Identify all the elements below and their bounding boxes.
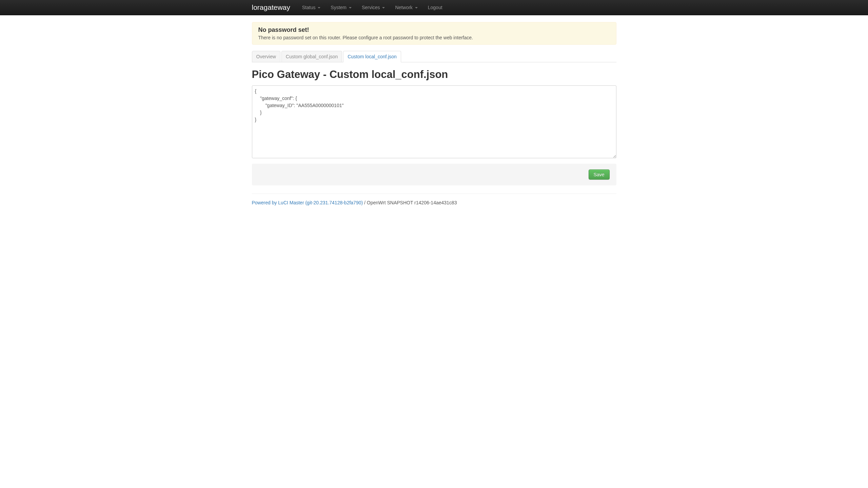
brand-link[interactable]: loragateway (252, 0, 297, 15)
footer-sep-text: / (363, 200, 367, 205)
config-tabs: Overview Custom global_conf.json Custom … (252, 51, 616, 62)
alert-title: No password set! (258, 26, 610, 34)
footer-separator (252, 194, 616, 194)
actions-bar: Save (252, 164, 616, 185)
tab-local-conf[interactable]: Custom local_conf.json (343, 51, 401, 62)
footer-version: OpenWrt SNAPSHOT r14206-14ae431c83 (367, 200, 457, 205)
nav-system-label: System (331, 5, 347, 10)
chevron-down-icon (382, 7, 385, 8)
nav-logout[interactable]: Logout (423, 0, 448, 15)
nav-services[interactable]: Services (357, 0, 390, 15)
footer: Powered by LuCI Master (git-20.231.74128… (252, 200, 616, 205)
nav-status-label: Status (302, 5, 316, 10)
page-title: Pico Gateway - Custom local_conf.json (252, 68, 616, 81)
chevron-down-icon (318, 7, 320, 8)
tab-global-conf[interactable]: Custom global_conf.json (281, 51, 342, 62)
footer-luci-link[interactable]: Powered by LuCI Master (git-20.231.74128… (252, 200, 363, 205)
password-alert: No password set! There is no password se… (252, 22, 616, 45)
nav-network[interactable]: Network (390, 0, 422, 15)
chevron-down-icon (349, 7, 352, 8)
nav-status[interactable]: Status (297, 0, 326, 15)
nav-system[interactable]: System (326, 0, 357, 15)
nav-network-label: Network (395, 5, 412, 10)
chevron-down-icon (415, 7, 418, 8)
tab-overview[interactable]: Overview (252, 51, 280, 62)
save-button[interactable]: Save (589, 169, 610, 180)
alert-body: There is no password set on this router.… (258, 35, 610, 40)
local-conf-textarea[interactable] (252, 85, 616, 158)
top-navbar: loragateway Status System Services Netwo… (0, 0, 868, 15)
nav-services-label: Services (362, 5, 380, 10)
